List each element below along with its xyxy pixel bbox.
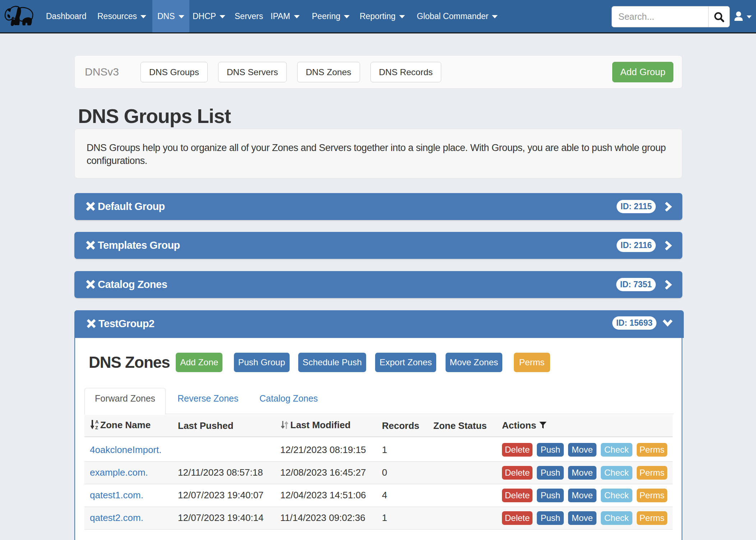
svg-text:A: A <box>95 420 99 425</box>
svg-text:Z: Z <box>95 425 98 430</box>
